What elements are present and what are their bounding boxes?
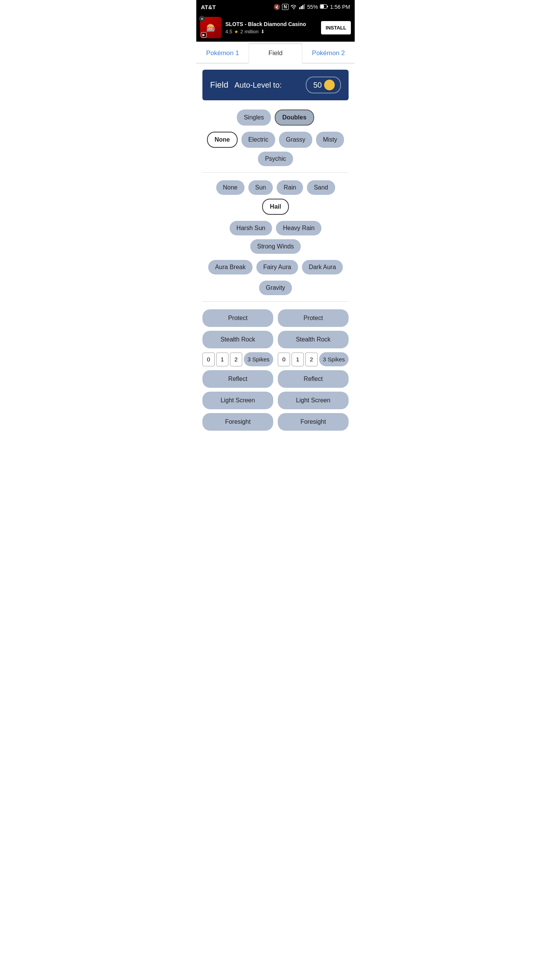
ad-rating: 4.5 bbox=[225, 29, 232, 34]
svg-rect-3 bbox=[304, 4, 305, 9]
gravity-button[interactable]: Gravity bbox=[259, 281, 292, 295]
strong-winds-button[interactable]: Strong Winds bbox=[250, 239, 301, 254]
mute-icon: 🔇 bbox=[274, 4, 280, 10]
svg-rect-5 bbox=[320, 5, 324, 8]
spikes-right-1[interactable]: 1 bbox=[292, 353, 304, 366]
doubles-button[interactable]: Doubles bbox=[275, 109, 314, 126]
battery-icon bbox=[320, 4, 328, 10]
carrier-label: AT&T bbox=[201, 4, 216, 10]
side-conditions: Protect Stealth Rock 0 1 2 3 Spikes Refl… bbox=[202, 309, 349, 431]
weather-group-3: Aura Break Fairy Aura Dark Aura bbox=[202, 260, 349, 274]
spikes-right-2[interactable]: 2 bbox=[305, 353, 318, 366]
weather-hail-button[interactable]: Hail bbox=[262, 199, 289, 215]
weather-group-1: None Sun Rain Sand Hail bbox=[202, 180, 349, 215]
time-label: 1:56 PM bbox=[330, 4, 350, 10]
tab-bar: Pokémon 1 Field Pokémon 2 bbox=[196, 43, 355, 64]
ad-play-icon: ▶ bbox=[201, 32, 207, 38]
aura-break-button[interactable]: Aura Break bbox=[208, 260, 253, 274]
side-conditions-right: Protect Stealth Rock 0 1 2 3 Spikes Refl… bbox=[278, 309, 349, 431]
status-bar: AT&T 🔇 N 55% 1:56 PM bbox=[196, 0, 355, 14]
svg-rect-0 bbox=[299, 7, 300, 9]
ad-download-icon: ⬇ bbox=[261, 29, 265, 34]
wifi-icon bbox=[290, 4, 297, 10]
terrain-grassy-button[interactable]: Grassy bbox=[279, 132, 312, 148]
ad-downloads: 2 million bbox=[240, 29, 259, 34]
foresight-right-button[interactable]: Foresight bbox=[278, 413, 349, 431]
tab-field[interactable]: Field bbox=[249, 43, 302, 64]
foresight-left-button[interactable]: Foresight bbox=[202, 413, 273, 431]
svg-rect-2 bbox=[302, 5, 303, 9]
terrain-misty-button[interactable]: Misty bbox=[316, 132, 344, 148]
light-screen-right-button[interactable]: Light Screen bbox=[278, 392, 349, 409]
ad-install-button[interactable]: INSTALL bbox=[321, 21, 351, 34]
three-spikes-right-button[interactable]: 3 Spikes bbox=[319, 352, 349, 366]
ad-meta: 4.5 ★ 2 million ⬇ bbox=[225, 29, 317, 34]
spikes-left-2[interactable]: 2 bbox=[230, 353, 242, 366]
weather-group-4: Gravity bbox=[202, 281, 349, 295]
spikes-left-1[interactable]: 1 bbox=[216, 353, 228, 366]
autolevel-label: Auto-Level to: bbox=[235, 81, 300, 90]
tab-pokemon1[interactable]: Pokémon 1 bbox=[196, 43, 249, 63]
reflect-left-button[interactable]: Reflect bbox=[202, 370, 273, 388]
weather-sun-button[interactable]: Sun bbox=[248, 180, 273, 195]
ad-star-icon: ★ bbox=[234, 29, 238, 34]
weather-none-button[interactable]: None bbox=[216, 180, 245, 195]
terrain-psychic-button[interactable]: Psychic bbox=[258, 152, 293, 166]
weather-sand-button[interactable]: Sand bbox=[307, 180, 335, 195]
three-spikes-left-button[interactable]: 3 Spikes bbox=[244, 352, 273, 366]
main-content: Field Auto-Level to: 50 Singles Doubles … bbox=[196, 64, 355, 441]
ad-close-icon[interactable]: ✕ bbox=[199, 16, 205, 22]
battery-label: 55% bbox=[307, 4, 318, 10]
spikes-right-row: 0 1 2 3 Spikes bbox=[278, 352, 349, 366]
tab-pokemon2[interactable]: Pokémon 2 bbox=[302, 43, 355, 63]
field-label: Field bbox=[210, 80, 228, 90]
level-value: 50 bbox=[313, 81, 322, 90]
weather-rain-button[interactable]: Rain bbox=[277, 180, 303, 195]
heavy-rain-button[interactable]: Heavy Rain bbox=[276, 221, 321, 235]
terrain-electric-button[interactable]: Electric bbox=[241, 132, 275, 148]
weather-group-2: Harsh Sun Heavy Rain Strong Winds bbox=[202, 221, 349, 254]
signal-icon bbox=[299, 4, 305, 10]
battle-format-group: Singles Doubles bbox=[202, 109, 349, 126]
stealth-rock-right-button[interactable]: Stealth Rock bbox=[278, 331, 349, 348]
singles-button[interactable]: Singles bbox=[237, 109, 271, 126]
protect-right-button[interactable]: Protect bbox=[278, 309, 349, 327]
ad-icon: 🎰 ✕ ▶ bbox=[200, 17, 222, 38]
section-divider-2 bbox=[202, 301, 349, 302]
svg-rect-6 bbox=[327, 6, 328, 7]
side-conditions-left: Protect Stealth Rock 0 1 2 3 Spikes Refl… bbox=[202, 309, 273, 431]
spikes-right-0[interactable]: 0 bbox=[278, 353, 290, 366]
section-divider-1 bbox=[202, 172, 349, 173]
ad-title: SLOTS - Black Diamond Casino bbox=[225, 21, 317, 28]
stealth-rock-left-button[interactable]: Stealth Rock bbox=[202, 331, 273, 348]
dark-aura-button[interactable]: Dark Aura bbox=[302, 260, 343, 274]
nfc-icon: N bbox=[282, 4, 289, 10]
terrain-group: None Electric Grassy Misty Psychic bbox=[202, 132, 349, 166]
ad-info: SLOTS - Black Diamond Casino 4.5 ★ 2 mil… bbox=[225, 21, 317, 34]
ad-banner: 🎰 ✕ ▶ SLOTS - Black Diamond Casino 4.5 ★… bbox=[196, 14, 355, 42]
spikes-left-row: 0 1 2 3 Spikes bbox=[202, 352, 273, 366]
status-icons: 🔇 N 55% 1:56 PM bbox=[274, 4, 350, 10]
light-screen-left-button[interactable]: Light Screen bbox=[202, 392, 273, 409]
field-header: Field Auto-Level to: 50 bbox=[202, 70, 349, 100]
svg-rect-1 bbox=[301, 6, 302, 9]
fairy-aura-button[interactable]: Fairy Aura bbox=[256, 260, 298, 274]
harsh-sun-button[interactable]: Harsh Sun bbox=[230, 221, 272, 235]
spikes-left-0[interactable]: 0 bbox=[202, 353, 215, 366]
terrain-none-button[interactable]: None bbox=[207, 132, 238, 148]
level-toggle[interactable] bbox=[324, 80, 335, 90]
protect-left-button[interactable]: Protect bbox=[202, 309, 273, 327]
reflect-right-button[interactable]: Reflect bbox=[278, 370, 349, 388]
level-input-container[interactable]: 50 bbox=[306, 77, 341, 93]
